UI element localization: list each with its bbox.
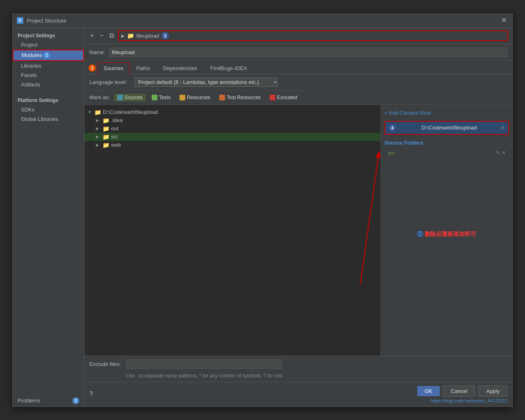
- idea-arrow-icon: ▶: [96, 118, 101, 123]
- exclude-files-input[interactable]: [126, 359, 282, 369]
- language-level-select[interactable]: Project default (8 - Lambdas, type annot…: [134, 77, 278, 87]
- lang-select-arrow: ▾: [274, 79, 277, 85]
- step3-badge: 3: [89, 64, 96, 72]
- tab-paths[interactable]: Paths: [130, 62, 156, 74]
- remove-source-folder-icon[interactable]: ✕: [502, 150, 506, 156]
- bottom-bar: ? OK Cancel Apply https://blog.csdn.net/…: [84, 382, 512, 406]
- apply-button[interactable]: Apply: [478, 386, 507, 397]
- expand-arrow-icon: ▶: [121, 34, 125, 38]
- out-folder-icon: 📁: [102, 125, 109, 132]
- content-root-box: 4 D:\Code\web\fileupload ✕: [384, 121, 509, 135]
- source-folder-name: src: [388, 150, 395, 156]
- name-input[interactable]: [109, 48, 507, 57]
- file-tree: ▼ 📁 D:\Code\web\fileupload ▶ 📁 .idea ▶ 📁…: [84, 105, 381, 356]
- content-area: ▼ 📁 D:\Code\web\fileupload ▶ 📁 .idea ▶ 📁…: [84, 105, 512, 356]
- dialog-content: Project Settings Project Modules 1 Libra…: [13, 28, 512, 406]
- out-label: out: [111, 125, 118, 132]
- add-content-root-button[interactable]: + Add Content Root: [384, 108, 509, 118]
- project-structure-dialog: P Project Structure ✕ Project Settings P…: [12, 14, 513, 407]
- web-folder-icon: 📁: [102, 142, 109, 148]
- language-level-row: Language level: Project default (8 - Lam…: [84, 74, 512, 91]
- action-buttons: OK Cancel Apply: [417, 386, 507, 397]
- mark-as-tests[interactable]: Tests: [148, 94, 174, 101]
- source-folder-item: src ✎ ✕: [384, 149, 509, 157]
- tree-item-out[interactable]: ▶ 📁 out: [84, 125, 381, 133]
- root-path-label: D:\Code\web\fileupload: [103, 109, 158, 115]
- title-bar-left: P Project Structure: [17, 17, 66, 24]
- help-button[interactable]: ?: [89, 390, 93, 398]
- main-panel: + − ⧉ ▶ 📁 fileupload 2 Name: 3 Source: [84, 28, 512, 406]
- sidebar-item-libraries[interactable]: Libraries: [13, 61, 84, 70]
- problems-label: Problems: [18, 397, 40, 404]
- content-root-close-icon[interactable]: ✕: [500, 125, 505, 131]
- sidebar-item-project[interactable]: Project: [13, 40, 84, 50]
- name-label: Name:: [89, 49, 106, 55]
- mark-as-resources[interactable]: Resources: [176, 94, 214, 101]
- module-name-label: fileupload: [136, 33, 159, 39]
- edit-source-folder-icon[interactable]: ✎: [496, 150, 500, 156]
- tabs-row: 3 Sources Paths Dependencies FindBugs-ID…: [84, 61, 512, 74]
- out-arrow-icon: ▶: [96, 126, 101, 131]
- app-icon: P: [17, 17, 23, 24]
- root-arrow-icon: ▼: [88, 110, 93, 114]
- tree-item-web[interactable]: ▶ 📁 web: [84, 141, 381, 149]
- source-folders-title: Source Folders: [384, 138, 509, 148]
- tab-findbugs[interactable]: FindBugs-IDEA: [204, 62, 253, 74]
- sidebar-item-modules[interactable]: Modules 1: [13, 50, 84, 61]
- mark-as-test-resources[interactable]: Test Resources: [216, 94, 264, 101]
- bottom-right: OK Cancel Apply https://blog.csdn.net/we…: [417, 386, 507, 403]
- ok-button[interactable]: OK: [417, 386, 440, 396]
- mark-as-label: Mark as:: [89, 94, 110, 100]
- problems-row[interactable]: Problems 1: [13, 395, 84, 406]
- modules-badge: 1: [43, 52, 50, 59]
- sidebar-item-artifacts[interactable]: Artifacts: [13, 80, 84, 89]
- testres-tag-icon: [219, 95, 225, 100]
- cancel-button[interactable]: Cancel: [443, 386, 475, 397]
- step5-annotation: ⑤ 删除后重新添加即可: [384, 231, 509, 238]
- module-item-row[interactable]: ▶ 📁 fileupload 2: [118, 30, 508, 41]
- exclude-files-hint: Use ; to separate name patterns, * for a…: [84, 372, 512, 382]
- sidebar-item-global-libraries[interactable]: Global Libraries: [13, 114, 84, 124]
- name-row: Name:: [84, 44, 512, 61]
- title-bar: P Project Structure ✕: [13, 14, 512, 28]
- project-settings-title: Project Settings: [13, 30, 84, 40]
- tree-root-item[interactable]: ▼ 📁 D:\Code\web\fileupload: [84, 108, 381, 116]
- sidebar-item-facets[interactable]: Facets: [13, 70, 84, 80]
- resources-tag-icon: [180, 95, 185, 100]
- close-button[interactable]: ✕: [500, 16, 508, 25]
- tests-tag-icon: [152, 95, 157, 100]
- remove-module-button[interactable]: −: [98, 31, 105, 40]
- tab-sources[interactable]: Sources: [98, 62, 130, 74]
- right-panel: + Add Content Root 4 D:\Code\web\fileupl…: [381, 105, 512, 356]
- web-label: web: [111, 142, 121, 148]
- tab-dependencies[interactable]: Dependencies: [157, 62, 203, 74]
- tree-item-idea[interactable]: ▶ 📁 .idea: [84, 116, 381, 125]
- module-step-badge: 2: [161, 32, 169, 39]
- mark-as-sources[interactable]: Sources: [114, 94, 146, 101]
- step5-text: 删除后重新添加即可: [425, 231, 476, 237]
- step5-badge-label: ⑤: [417, 231, 425, 237]
- tree-item-src[interactable]: ▶ 📁 src: [84, 133, 381, 141]
- root-folder-icon: 📁: [94, 109, 101, 116]
- content-root-path: D:\Code\web\fileupload: [422, 125, 477, 131]
- module-toolbar: + − ⧉ ▶ 📁 fileupload 2: [84, 28, 512, 44]
- mark-as-excluded[interactable]: Excluded: [266, 94, 300, 101]
- language-level-label: Language level:: [89, 79, 130, 85]
- problems-badge: 1: [73, 397, 79, 404]
- platform-settings-title: Platform Settings: [13, 94, 84, 105]
- idea-folder-icon: 📁: [102, 117, 109, 124]
- exclude-files-row: Exclude files:: [84, 356, 512, 372]
- idea-label: .idea: [111, 117, 123, 123]
- copy-module-button[interactable]: ⧉: [108, 31, 116, 40]
- source-folder-actions: ✎ ✕: [496, 150, 506, 156]
- excluded-tag-icon: [270, 95, 275, 100]
- exclude-files-section: Exclude files: Use ; to separate name pa…: [84, 356, 512, 382]
- sidebar-item-sdks[interactable]: SDKs: [13, 105, 84, 114]
- add-module-button[interactable]: +: [89, 31, 95, 40]
- exclude-files-label: Exclude files:: [89, 361, 122, 367]
- mark-as-row: Mark as: Sources Tests Resources Test Re…: [84, 91, 512, 105]
- sources-tag-icon: [117, 95, 123, 100]
- dialog-title: Project Structure: [27, 18, 66, 24]
- src-folder-icon: 📁: [102, 134, 109, 140]
- src-label: src: [111, 134, 118, 140]
